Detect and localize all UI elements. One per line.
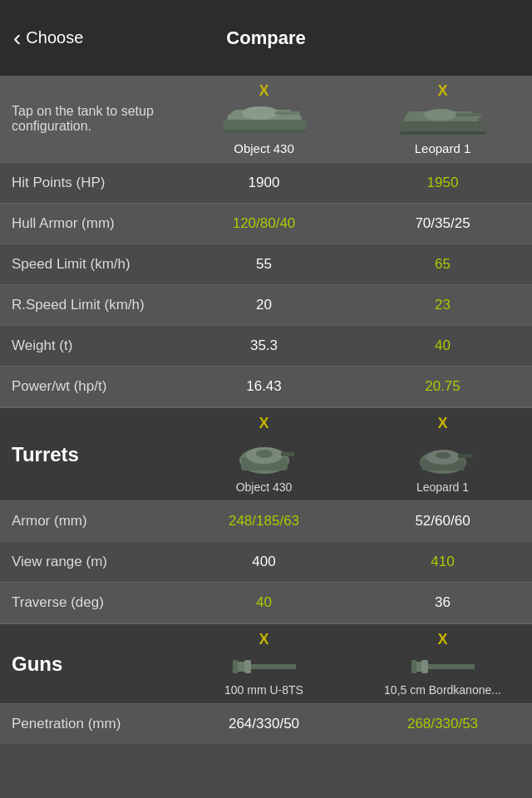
svg-point-4 xyxy=(242,106,278,120)
stat-val1: 16.43 xyxy=(175,367,353,408)
gun2-image xyxy=(410,650,476,680)
table-row: Traverse (deg) 40 36 xyxy=(0,583,532,624)
stat-val2: 20.75 xyxy=(353,367,532,408)
gun1-x-mark: X xyxy=(186,631,342,648)
stat-val2: 36 xyxy=(353,583,532,624)
stat-label: Speed Limit (km/h) xyxy=(0,244,175,285)
svg-rect-21 xyxy=(458,454,473,458)
svg-rect-27 xyxy=(426,664,475,669)
stat-label: Traverse (deg) xyxy=(0,583,175,624)
stat-val1: 248/185/63 xyxy=(175,501,353,542)
turrets-title: Turrets xyxy=(0,407,175,501)
svg-rect-5 xyxy=(275,111,300,115)
stat-val1: 20 xyxy=(175,285,353,326)
compare-table: Tap on the tank to setup configuration. … xyxy=(0,76,532,744)
stat-val1: 40 xyxy=(175,583,353,624)
stat-val1: 400 xyxy=(175,542,353,583)
turret2-name: Leopard 1 xyxy=(365,480,520,494)
header: ‹ Choose Compare xyxy=(0,0,532,76)
svg-rect-2 xyxy=(223,120,306,131)
stat-val1: 264/330/50 xyxy=(175,704,353,745)
stat-label: Weight (t) xyxy=(0,326,175,367)
stat-val1: 55 xyxy=(175,244,353,285)
stat-val2: 65 xyxy=(353,244,532,285)
table-row: Penetration (mm) 264/330/50 268/330/53 xyxy=(0,704,532,745)
svg-rect-23 xyxy=(249,664,296,669)
stat-val2: 1950 xyxy=(353,163,532,204)
stat-val2: 70/35/25 xyxy=(353,204,532,244)
svg-rect-16 xyxy=(281,452,294,456)
tank1-slot[interactable]: X Object 430 xyxy=(175,76,353,163)
stat-val2: 268/330/53 xyxy=(353,704,532,745)
tank1-hull-image xyxy=(219,101,310,138)
gun2-slot[interactable]: X 10,5 cm Bordkanone... xyxy=(353,623,532,704)
stat-val2: 410 xyxy=(353,542,532,583)
tank2-x-mark: X xyxy=(357,82,529,100)
guns-title: Guns xyxy=(0,623,175,704)
turret2-slot[interactable]: X Leopard 1 xyxy=(353,407,532,501)
gun2-x-mark: X xyxy=(365,631,520,648)
back-button[interactable]: ‹ Choose xyxy=(13,25,121,52)
stat-val2: 40 xyxy=(353,326,532,367)
svg-rect-3 xyxy=(223,130,306,133)
table-row: Weight (t) 35.3 40 xyxy=(0,326,532,367)
svg-rect-8 xyxy=(400,121,486,133)
stat-label: Hit Points (HP) xyxy=(0,163,175,204)
stat-label: R.Speed Limit (km/h) xyxy=(0,285,175,326)
stat-label: Armor (mm) xyxy=(0,501,175,542)
table-row: Hull Armor (mm) 120/80/40 70/35/25 xyxy=(0,204,532,244)
table-row: Speed Limit (km/h) 55 65 xyxy=(0,244,532,285)
intro-text: Tap on the tank to setup configuration. xyxy=(0,76,175,163)
table-row: R.Speed Limit (km/h) 20 23 xyxy=(0,285,532,326)
gun1-image xyxy=(231,650,298,680)
table-row: Hit Points (HP) 1900 1950 xyxy=(0,163,532,204)
svg-point-15 xyxy=(256,450,273,458)
stat-label: Power/wt (hp/t) xyxy=(0,367,175,408)
tank2-slot[interactable]: X Leopard 1 xyxy=(353,76,532,163)
svg-rect-25 xyxy=(233,660,238,673)
svg-rect-9 xyxy=(400,131,486,135)
stat-label: Hull Armor (mm) xyxy=(0,204,175,244)
tank-header-row: Tap on the tank to setup configuration. … xyxy=(0,76,532,163)
stat-val2: 23 xyxy=(353,285,532,326)
stat-label: Penetration (mm) xyxy=(0,704,175,745)
tank2-name: Leopard 1 xyxy=(357,141,529,155)
table-row: Armor (mm) 248/185/63 52/60/60 xyxy=(0,501,532,542)
turret1-x-mark: X xyxy=(186,415,342,432)
table-row: View range (m) 400 410 xyxy=(0,542,532,583)
chevron-left-icon: ‹ xyxy=(13,25,21,52)
turret1-slot[interactable]: X Object 430 xyxy=(175,407,353,501)
svg-point-10 xyxy=(424,109,457,121)
turrets-section-header: Turrets X Object 430 X xyxy=(0,407,532,501)
svg-rect-28 xyxy=(421,660,428,673)
gun1-name: 100 mm U-8TS xyxy=(186,683,342,697)
svg-rect-29 xyxy=(411,660,416,673)
turret1-image xyxy=(234,434,294,477)
tank2-hull-image xyxy=(397,101,489,138)
tank1-x-mark: X xyxy=(178,82,350,100)
stat-val1: 120/80/40 xyxy=(175,204,353,244)
svg-rect-11 xyxy=(456,113,482,116)
stat-val1: 35.3 xyxy=(175,326,353,367)
tank1-name: Object 430 xyxy=(178,141,350,155)
svg-rect-24 xyxy=(244,660,251,673)
back-label: Choose xyxy=(26,28,83,47)
table-row: Power/wt (hp/t) 16.43 20.75 xyxy=(0,367,532,408)
gun1-slot[interactable]: X 100 mm U-8TS xyxy=(175,623,353,704)
turret2-image xyxy=(413,434,473,477)
turret1-name: Object 430 xyxy=(186,480,342,494)
guns-section-header: Guns X 100 mm U-8TS X xyxy=(0,623,532,704)
turret2-x-mark: X xyxy=(365,415,520,432)
svg-point-20 xyxy=(436,452,451,459)
stat-label: View range (m) xyxy=(0,542,175,583)
page-title: Compare xyxy=(226,27,305,49)
stat-val1: 1900 xyxy=(175,163,353,204)
gun2-name: 10,5 cm Bordkanone... xyxy=(365,683,520,697)
stat-val2: 52/60/60 xyxy=(353,501,532,542)
